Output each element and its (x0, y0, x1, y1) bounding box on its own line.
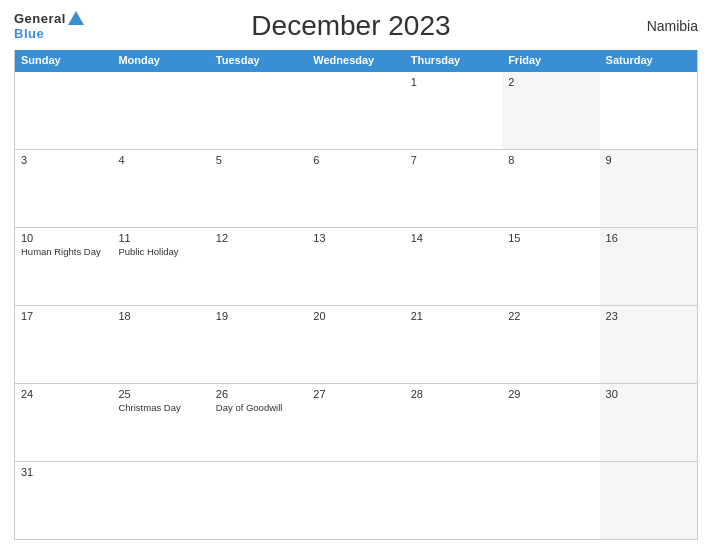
day-event: Public Holiday (118, 246, 203, 258)
cal-cell-w2-d0: 10Human Rights Day (15, 228, 112, 305)
day-number: 31 (21, 466, 106, 478)
day-number: 26 (216, 388, 301, 400)
cal-cell-w0-d4: 1 (405, 72, 502, 149)
calendar-week-5: 31 (15, 461, 697, 539)
cal-cell-w2-d2: 12 (210, 228, 307, 305)
cal-cell-w3-d4: 21 (405, 306, 502, 383)
cal-cell-w2-d4: 14 (405, 228, 502, 305)
col-friday: Friday (502, 50, 599, 70)
cal-cell-w5-d2 (210, 462, 307, 539)
cal-cell-w3-d5: 22 (502, 306, 599, 383)
day-number: 24 (21, 388, 106, 400)
cal-cell-w4-d5: 29 (502, 384, 599, 461)
country-label: Namibia (618, 18, 698, 34)
day-number: 29 (508, 388, 593, 400)
calendar-header: Sunday Monday Tuesday Wednesday Thursday… (15, 50, 697, 70)
cal-cell-w0-d1 (112, 72, 209, 149)
day-number: 12 (216, 232, 301, 244)
day-number: 5 (216, 154, 301, 166)
day-number: 2 (508, 76, 593, 88)
calendar-week-1: 3456789 (15, 149, 697, 227)
day-number: 3 (21, 154, 106, 166)
cal-cell-w3-d3: 20 (307, 306, 404, 383)
cal-cell-w4-d4: 28 (405, 384, 502, 461)
cal-cell-w5-d5 (502, 462, 599, 539)
cal-cell-w1-d5: 8 (502, 150, 599, 227)
day-number: 9 (606, 154, 691, 166)
cal-cell-w5-d1 (112, 462, 209, 539)
day-number: 20 (313, 310, 398, 322)
cal-cell-w4-d1: 25Christmas Day (112, 384, 209, 461)
calendar-week-4: 2425Christmas Day26Day of Goodwill272829… (15, 383, 697, 461)
cal-cell-w2-d1: 11Public Holiday (112, 228, 209, 305)
cal-cell-w0-d2 (210, 72, 307, 149)
day-number: 22 (508, 310, 593, 322)
day-number: 15 (508, 232, 593, 244)
calendar-body: 12345678910Human Rights Day11Public Holi… (15, 70, 697, 539)
cal-cell-w3-d6: 23 (600, 306, 697, 383)
cal-cell-w0-d3 (307, 72, 404, 149)
cal-cell-w1-d0: 3 (15, 150, 112, 227)
day-number: 16 (606, 232, 691, 244)
cal-cell-w0-d6 (600, 72, 697, 149)
logo: General Blue (14, 11, 84, 41)
col-thursday: Thursday (405, 50, 502, 70)
day-number: 4 (118, 154, 203, 166)
cal-cell-w3-d1: 18 (112, 306, 209, 383)
cal-cell-w2-d6: 16 (600, 228, 697, 305)
day-number: 27 (313, 388, 398, 400)
day-number: 21 (411, 310, 496, 322)
page-title: December 2023 (84, 10, 618, 42)
day-number: 1 (411, 76, 496, 88)
day-event: Human Rights Day (21, 246, 106, 258)
day-number: 18 (118, 310, 203, 322)
day-event: Christmas Day (118, 402, 203, 414)
day-number: 17 (21, 310, 106, 322)
day-number: 19 (216, 310, 301, 322)
cal-cell-w1-d2: 5 (210, 150, 307, 227)
cal-cell-w2-d3: 13 (307, 228, 404, 305)
cal-cell-w1-d3: 6 (307, 150, 404, 227)
cal-cell-w1-d1: 4 (112, 150, 209, 227)
day-number: 10 (21, 232, 106, 244)
col-monday: Monday (112, 50, 209, 70)
calendar-week-2: 10Human Rights Day11Public Holiday121314… (15, 227, 697, 305)
day-number: 6 (313, 154, 398, 166)
calendar-page: General Blue December 2023 Namibia Sunda… (0, 0, 712, 550)
day-number: 8 (508, 154, 593, 166)
cal-cell-w1-d6: 9 (600, 150, 697, 227)
day-number: 14 (411, 232, 496, 244)
day-number: 13 (313, 232, 398, 244)
col-saturday: Saturday (600, 50, 697, 70)
cal-cell-w5-d4 (405, 462, 502, 539)
cal-cell-w0-d0 (15, 72, 112, 149)
logo-general-text: General (14, 11, 66, 26)
day-number: 7 (411, 154, 496, 166)
day-event: Day of Goodwill (216, 402, 301, 414)
logo-blue-text: Blue (14, 26, 44, 41)
day-number: 25 (118, 388, 203, 400)
day-number: 11 (118, 232, 203, 244)
cal-cell-w1-d4: 7 (405, 150, 502, 227)
cal-cell-w4-d3: 27 (307, 384, 404, 461)
cal-cell-w5-d0: 31 (15, 462, 112, 539)
day-number: 23 (606, 310, 691, 322)
cal-cell-w2-d5: 15 (502, 228, 599, 305)
calendar-week-0: 12 (15, 70, 697, 149)
cal-cell-w4-d0: 24 (15, 384, 112, 461)
logo-triangle-icon (68, 11, 84, 25)
day-number: 28 (411, 388, 496, 400)
cal-cell-w4-d2: 26Day of Goodwill (210, 384, 307, 461)
cal-cell-w5-d3 (307, 462, 404, 539)
cal-cell-w3-d2: 19 (210, 306, 307, 383)
cal-cell-w0-d5: 2 (502, 72, 599, 149)
cal-cell-w5-d6 (600, 462, 697, 539)
cal-cell-w3-d0: 17 (15, 306, 112, 383)
col-sunday: Sunday (15, 50, 112, 70)
col-tuesday: Tuesday (210, 50, 307, 70)
col-wednesday: Wednesday (307, 50, 404, 70)
calendar-grid: Sunday Monday Tuesday Wednesday Thursday… (14, 50, 698, 540)
day-number: 30 (606, 388, 691, 400)
cal-cell-w4-d6: 30 (600, 384, 697, 461)
page-header: General Blue December 2023 Namibia (14, 10, 698, 42)
